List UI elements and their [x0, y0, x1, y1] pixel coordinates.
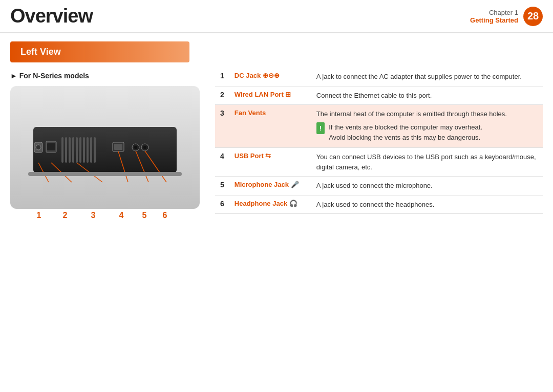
- svg-rect-16: [114, 144, 122, 150]
- row-number: 2: [215, 86, 229, 105]
- svg-rect-5: [61, 137, 63, 163]
- header-right: Chapter 1 Getting Started 28: [470, 7, 543, 26]
- chapter-label: Chapter 1: [470, 9, 518, 16]
- svg-point-20: [143, 146, 146, 149]
- svg-rect-4: [47, 143, 55, 150]
- table-row: 1 DC Jack ⊕⊝⊕ A jack to connect the AC a…: [215, 68, 543, 86]
- table-row: 3 Fan Vents The internal heat of the com…: [215, 105, 543, 148]
- svg-rect-8: [72, 137, 74, 163]
- row-desc: You can connect USB devices to the USB p…: [311, 148, 543, 177]
- row-label: Microphone Jack 🎤: [229, 177, 311, 195]
- svg-rect-13: [90, 137, 92, 163]
- warning-text: If the vents are blocked the computer ma…: [329, 122, 482, 144]
- row-label: USB Port ⇆: [229, 148, 311, 177]
- svg-rect-11: [83, 137, 85, 163]
- label-6: 6: [155, 211, 175, 220]
- row-desc: The internal heat of the computer is emi…: [311, 105, 543, 148]
- chapter-info: Chapter 1 Getting Started: [470, 9, 518, 24]
- row-label: Wired LAN Port ⊞: [229, 86, 311, 105]
- table-row: 4 USB Port ⇆ You can connect USB devices…: [215, 148, 543, 177]
- label-2: 2: [52, 211, 78, 220]
- svg-rect-12: [87, 137, 89, 163]
- laptop-image: [10, 86, 200, 209]
- row-desc: Connect the Ethernet cable to this port.: [311, 86, 543, 105]
- svg-rect-10: [79, 137, 81, 163]
- for-models-label: ► For N-Series models: [10, 72, 205, 80]
- svg-rect-9: [76, 137, 78, 163]
- row-number: 5: [215, 177, 229, 195]
- label-4: 4: [109, 211, 134, 220]
- right-panel: 1 DC Jack ⊕⊝⊕ A jack to connect the AC a…: [215, 68, 543, 220]
- svg-point-18: [134, 146, 137, 149]
- row-label: Fan Vents: [229, 105, 311, 148]
- row-desc: A jack used to connect the microphone.: [311, 177, 543, 195]
- svg-rect-14: [94, 137, 96, 163]
- table-row: 6 Headphone Jack 🎧 A jack used to connec…: [215, 195, 543, 214]
- section-label: Left View: [10, 41, 189, 62]
- label-5: 5: [134, 211, 155, 220]
- table-row: 2 Wired LAN Port ⊞ Connect the Ethernet …: [215, 86, 543, 105]
- table-row: 5 Microphone Jack 🎤 A jack used to conne…: [215, 177, 543, 195]
- label-1: 1: [26, 211, 52, 220]
- main-content: ► For N-Series models: [0, 62, 553, 225]
- svg-rect-7: [69, 137, 71, 163]
- fan-warning: ! If the vents are blocked the computer …: [316, 122, 538, 144]
- row-desc: A jack used to connect the headphones.: [311, 195, 543, 214]
- info-table: 1 DC Jack ⊕⊝⊕ A jack to connect the AC a…: [215, 68, 543, 214]
- svg-rect-6: [65, 137, 67, 163]
- laptop-illustration: [18, 96, 192, 199]
- left-panel: ► For N-Series models: [10, 68, 205, 220]
- row-number: 6: [215, 195, 229, 214]
- row-number: 1: [215, 68, 229, 86]
- svg-point-2: [36, 145, 41, 150]
- svg-rect-27: [28, 172, 182, 176]
- getting-started-label: Getting Started: [470, 16, 518, 24]
- row-label: Headphone Jack 🎧: [229, 195, 311, 214]
- page-header: Overview Chapter 1 Getting Started 28: [0, 0, 553, 33]
- label-3: 3: [78, 211, 109, 220]
- row-number: 4: [215, 148, 229, 177]
- number-labels-row: 1 2 3 4 5 6: [10, 209, 205, 220]
- page-number: 28: [523, 7, 543, 26]
- fan-desc-main: The internal heat of the computer is emi…: [316, 109, 538, 119]
- row-label: DC Jack ⊕⊝⊕: [229, 68, 311, 86]
- row-desc: A jack to connect the AC adapter that su…: [311, 68, 543, 86]
- row-number: 3: [215, 105, 229, 148]
- warning-icon: !: [316, 122, 325, 135]
- page-title: Overview: [10, 5, 93, 27]
